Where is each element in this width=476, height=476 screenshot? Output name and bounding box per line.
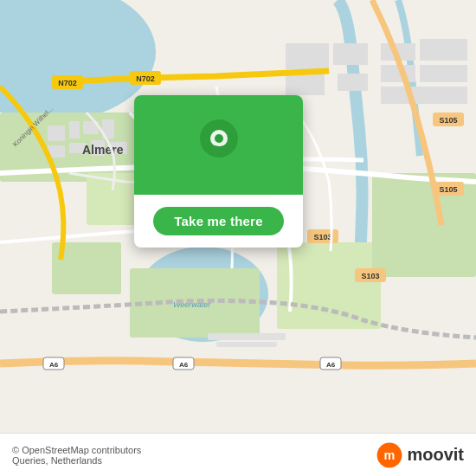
svg-rect-19 xyxy=(286,74,325,95)
location-pin-icon xyxy=(197,119,241,171)
moovit-logo: m moovit xyxy=(376,441,464,469)
svg-point-51 xyxy=(215,134,223,143)
svg-rect-17 xyxy=(286,43,329,69)
location-label: Queries, Netherlands xyxy=(12,455,102,466)
svg-rect-20 xyxy=(338,74,368,91)
svg-rect-48 xyxy=(216,342,277,347)
svg-rect-24 xyxy=(420,65,467,82)
svg-text:N702: N702 xyxy=(136,74,155,83)
svg-rect-25 xyxy=(381,87,467,104)
moovit-brand-text: moovit xyxy=(407,445,464,465)
svg-text:A6: A6 xyxy=(179,361,189,369)
location-popup: Take me there xyxy=(134,95,303,248)
svg-text:S105: S105 xyxy=(439,116,457,125)
moovit-brand-icon: m xyxy=(376,441,403,469)
svg-text:N702: N702 xyxy=(58,79,77,87)
svg-text:S103: S103 xyxy=(361,272,379,280)
copyright-text: © OpenStreetMap contributors xyxy=(12,445,141,455)
svg-text:Almere: Almere xyxy=(82,143,124,157)
svg-text:m: m xyxy=(384,447,396,461)
svg-rect-22 xyxy=(420,39,467,61)
brand-area: m moovit xyxy=(376,441,464,469)
popup-body: Take me there xyxy=(134,195,303,248)
attribution-area: © OpenStreetMap contributors Queries, Ne… xyxy=(12,445,141,466)
svg-rect-47 xyxy=(208,333,286,340)
svg-rect-9 xyxy=(69,121,80,138)
svg-text:S103: S103 xyxy=(313,233,331,241)
take-me-there-button[interactable]: Take me there xyxy=(153,207,283,235)
map-view[interactable]: N702 N702 A6 A6 A6 S103 S103 S105 S105 A… xyxy=(0,0,476,433)
svg-text:S105: S105 xyxy=(439,185,457,194)
svg-text:A6: A6 xyxy=(49,361,59,369)
popup-header xyxy=(134,95,303,195)
bottom-bar: © OpenStreetMap contributors Queries, Ne… xyxy=(0,433,476,476)
svg-rect-18 xyxy=(333,43,368,65)
svg-rect-15 xyxy=(48,125,65,141)
svg-text:A6: A6 xyxy=(326,361,336,369)
